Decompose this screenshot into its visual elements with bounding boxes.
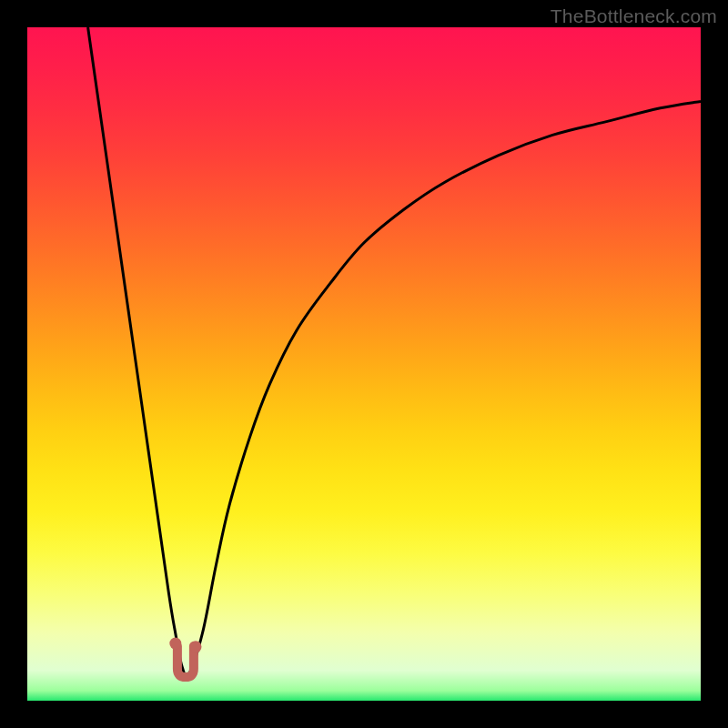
marker-dot [169, 638, 181, 650]
watermark-text: TheBottleneck.com [551, 5, 717, 27]
outer-frame: TheBottleneck.com [0, 0, 728, 728]
bottleneck-chart [27, 27, 701, 701]
plot-area [27, 27, 701, 701]
gradient-background [27, 27, 701, 701]
marker-dot [190, 641, 202, 652]
